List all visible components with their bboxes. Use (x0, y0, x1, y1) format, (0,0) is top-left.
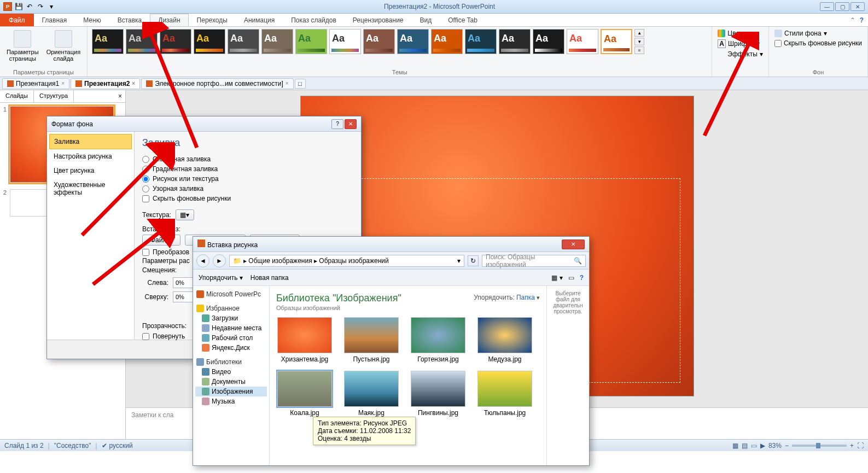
background-styles-dropdown[interactable]: Стили фона ▾ (773, 29, 863, 38)
search-input[interactable]: Поиск: Образцы изображений 🔍 (482, 255, 586, 267)
refresh-icon[interactable]: ↻ (468, 255, 479, 266)
file-thumb[interactable]: Маяк.jpg (343, 371, 400, 417)
sort-control[interactable]: Упорядочить: Папка ▾ (474, 294, 540, 301)
page-setup-icon (14, 30, 31, 48)
redo-icon[interactable]: ↷ (36, 2, 45, 11)
tree-libraries[interactable]: Библиотеки (195, 357, 267, 367)
view-normal-icon[interactable]: ▦ (732, 442, 738, 449)
spellcheck-icon[interactable]: ✔ (102, 442, 107, 449)
view-reading-icon[interactable]: ▭ (751, 442, 757, 449)
file-thumb[interactable]: Пустыня.jpg (343, 317, 400, 363)
zoom-in-icon[interactable]: + (850, 442, 854, 449)
file-thumb[interactable]: Гортензия.jpg (410, 317, 467, 363)
tree-powerpoint[interactable]: Microsoft PowerPс (195, 289, 267, 299)
maximize-button[interactable]: ▢ (835, 2, 849, 11)
tab-officetab[interactable]: Office Tab (440, 14, 486, 26)
tree-music[interactable]: Музыка (195, 396, 267, 406)
tree-video[interactable]: Видео (195, 367, 267, 377)
zoom-value[interactable]: 83% (768, 442, 782, 449)
address-bar[interactable]: 📁 ▸ Общие изображения ▸ Образцы изображе… (229, 255, 464, 267)
dialog-title: Формат фона (51, 120, 93, 128)
tab-review[interactable]: Рецензирование (345, 14, 412, 26)
tab-home[interactable]: Главная (34, 14, 75, 26)
organize-dropdown[interactable]: Упорядочить ▾ (199, 274, 243, 282)
nav-tree: Microsoft PowerPс Избранное Загрузки Нед… (193, 286, 270, 465)
hide-bg-graphics-checkbox[interactable]: Скрыть фоновые рисунки (773, 39, 863, 48)
qat-more-icon[interactable]: ▾ (47, 2, 56, 11)
tab-animation[interactable]: Анимация (236, 14, 283, 26)
ribbon-minimize-icon[interactable]: ⌃ (850, 16, 855, 24)
theme-thumb[interactable]: Aa (465, 29, 497, 54)
file-thumb[interactable]: Тюльпаны.jpg (476, 371, 533, 417)
theme-thumb[interactable]: Aa (261, 29, 293, 54)
slides-tab[interactable]: Слайды (0, 90, 34, 102)
minimize-button[interactable]: — (820, 2, 834, 11)
zoom-out-icon[interactable]: − (785, 442, 789, 449)
title-bar: P 💾 ↶ ↷ ▾ Презентация2 - Microsoft Power… (0, 0, 868, 14)
help-icon[interactable]: ? (860, 16, 864, 24)
top-label: Сверху: (142, 293, 168, 301)
close-button[interactable]: ✕ (345, 119, 357, 129)
file-thumb[interactable]: Хризантема.jpg (276, 317, 333, 363)
file-thumb[interactable]: Пингвины.jpg (410, 371, 467, 417)
view-sorter-icon[interactable]: ▤ (742, 442, 748, 449)
tab-slideshow[interactable]: Показ слайдов (283, 14, 345, 26)
theme-thumb[interactable]: Aa (431, 29, 463, 54)
tree-downloads[interactable]: Загрузки (195, 313, 267, 323)
search-icon: 🔍 (574, 257, 582, 265)
help-icon[interactable]: ? (580, 274, 584, 282)
slide-orientation-button[interactable]: Ориентация слайда (44, 29, 83, 63)
outline-tab[interactable]: Структура (34, 90, 74, 102)
theme-thumb[interactable]: Aa (397, 29, 429, 54)
tree-yandex[interactable]: Яндекс.Диск (195, 343, 267, 353)
save-icon[interactable]: 💾 (14, 2, 23, 11)
forward-button[interactable]: ► (213, 254, 226, 267)
annotation-arrow (699, 32, 759, 141)
panel-close-icon[interactable]: × (115, 90, 125, 102)
view-dropdown[interactable]: ▦ ▾ (551, 274, 562, 282)
tree-images[interactable]: Изображения (195, 387, 267, 396)
doc-tab[interactable]: Презентация1× (2, 78, 69, 89)
close-icon[interactable]: × (286, 80, 289, 86)
annotation-arrow (88, 219, 175, 290)
theme-thumb[interactable]: Aa (92, 29, 124, 54)
tree-recent[interactable]: Недавние места (195, 323, 267, 333)
tree-desktop[interactable]: Рабочий стол (195, 333, 267, 343)
view-slideshow-icon[interactable]: ▶ (760, 442, 765, 449)
tab-view[interactable]: Вид (412, 14, 440, 26)
file-thumb[interactable]: Медуза.jpg (476, 317, 533, 363)
new-folder-button[interactable]: Новая папка (251, 274, 289, 282)
tab-menu[interactable]: Меню (75, 14, 109, 26)
explorer-nav: ◄ ► 📁 ▸ Общие изображения ▸ Образцы изоб… (193, 252, 589, 270)
doc-tab[interactable]: Презентация2× (71, 78, 140, 89)
back-button[interactable]: ◄ (196, 254, 209, 267)
dialog-titlebar[interactable]: Вставка рисунка ✕ (193, 237, 589, 252)
theme-thumb[interactable]: Aa (533, 29, 564, 54)
texture-picker[interactable]: ▦▾ (176, 209, 194, 220)
theme-thumb[interactable]: Aa (295, 29, 327, 54)
new-doc-tab[interactable]: □ (295, 79, 306, 89)
close-icon[interactable]: × (132, 80, 135, 86)
theme-thumb[interactable]: Aa (567, 29, 598, 54)
preview-toggle[interactable]: ▭ (568, 274, 574, 282)
close-button[interactable]: ✕ (850, 2, 865, 11)
close-button[interactable]: ✕ (562, 240, 585, 249)
theme-thumb[interactable]: Aa (228, 29, 259, 54)
dialog-titlebar[interactable]: Формат фона ? ✕ (47, 116, 361, 132)
theme-thumb[interactable]: Aa (601, 29, 632, 54)
file-thumb[interactable]: Коала.jpg (276, 371, 333, 417)
themes-more[interactable]: ▲▼≡ (634, 29, 644, 54)
tree-documents[interactable]: Документы (195, 377, 267, 387)
status-language[interactable]: русский (109, 442, 133, 449)
theme-thumb[interactable]: Aa (363, 29, 395, 54)
undo-icon[interactable]: ↶ (25, 2, 34, 11)
tree-favorites[interactable]: Избранное (195, 303, 267, 313)
theme-thumb[interactable]: Aa (329, 29, 361, 54)
fit-icon[interactable]: ⛶ (857, 442, 864, 449)
file-tab[interactable]: Файл (0, 14, 34, 26)
page-setup-button[interactable]: Параметры страницы (4, 29, 41, 63)
theme-thumb[interactable]: Aa (499, 29, 531, 54)
close-icon[interactable]: × (61, 80, 65, 86)
help-button[interactable]: ? (331, 119, 343, 129)
zoom-slider[interactable] (792, 445, 847, 447)
